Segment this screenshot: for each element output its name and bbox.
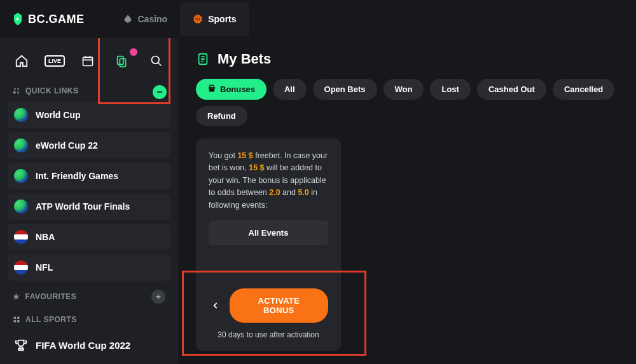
- sport-item-fifa[interactable]: FIFA World Cup 2022: [8, 330, 170, 360]
- page-title: My Bets: [218, 51, 271, 67]
- filter-row: Bonuses All Open Bets Won Lost Cashed Ou…: [196, 79, 618, 126]
- filter-refund[interactable]: Refund: [196, 106, 247, 126]
- svg-rect-7: [14, 320, 17, 323]
- sport-item-soccer[interactable]: Soccer +: [8, 360, 170, 364]
- brand-icon: [10, 11, 25, 27]
- sidebar-item-friendly-games[interactable]: Int. Friendly Games: [8, 163, 170, 189]
- bets-icon: [196, 52, 210, 66]
- tab-sports[interactable]: Sports: [180, 3, 249, 36]
- filter-label: Cancelled: [564, 84, 603, 94]
- filter-open-bets[interactable]: Open Bets: [313, 79, 377, 100]
- filter-lost[interactable]: Lost: [430, 79, 470, 100]
- star-icon: ★: [13, 292, 20, 301]
- gift-icon: [207, 84, 216, 95]
- sidebar: LIVE − QUICK LINKS World Cup eW: [0, 38, 178, 364]
- sidebar-item-nba[interactable]: NBA: [8, 224, 170, 250]
- tab-casino-label: Casino: [138, 14, 168, 24]
- filter-all[interactable]: All: [273, 79, 307, 100]
- favourites-label: FAVOURITES: [25, 292, 77, 301]
- brand-name: BC.GAME: [28, 13, 85, 26]
- filter-label: All: [284, 84, 295, 94]
- events-box[interactable]: All Events: [209, 220, 328, 245]
- notification-badge: [130, 48, 137, 56]
- filter-won[interactable]: Won: [384, 79, 424, 100]
- tab-casino[interactable]: Casino: [110, 3, 181, 36]
- flag-us-icon: [14, 260, 28, 274]
- quick-links-header: QUICK LINKS: [8, 81, 170, 102]
- svg-rect-1: [83, 57, 93, 65]
- flag-us-icon: [14, 230, 28, 244]
- bonus-subnote: 30 days to use after activation: [209, 330, 328, 339]
- sidebar-item-atp[interactable]: ATP World Tour Finals: [8, 193, 170, 220]
- sidebar-item-label: NFL: [36, 262, 53, 273]
- bonus-card: You got 15 $ freebet. In case your bet i…: [196, 138, 341, 351]
- live-icon[interactable]: LIVE: [45, 55, 65, 67]
- activate-bonus-button[interactable]: ACTIVATE BONUS: [230, 288, 328, 323]
- bonus-description: You got 15 $ freebet. In case your bet i…: [209, 150, 328, 212]
- filter-label: Cashed Out: [488, 84, 535, 94]
- globe-icon: [14, 199, 28, 213]
- filter-cashed-out[interactable]: Cashed Out: [477, 79, 546, 100]
- all-sports-label: ALL SPORTS: [25, 315, 77, 324]
- search-icon[interactable]: [145, 51, 168, 71]
- quick-links-label: QUICK LINKS: [25, 86, 79, 95]
- sidebar-item-world-cup[interactable]: World Cup: [8, 102, 170, 128]
- sidebar-item-label: NBA: [36, 232, 55, 242]
- globe-icon: [14, 169, 28, 183]
- favourites-header: ★ FAVOURITES +: [8, 285, 170, 310]
- svg-rect-8: [17, 320, 20, 323]
- live-label: LIVE: [48, 58, 61, 64]
- tab-sports-label: Sports: [208, 14, 236, 24]
- chevron-left-icon[interactable]: [209, 298, 223, 313]
- globe-icon: [14, 138, 28, 152]
- globe-icon: [14, 108, 28, 122]
- spade-icon: [123, 14, 133, 24]
- filter-cancelled[interactable]: Cancelled: [553, 79, 614, 100]
- main-content: My Bets Bonuses All Open Bets Won Lost C…: [178, 38, 636, 364]
- sport-item-label: FIFA World Cup 2022: [36, 340, 130, 351]
- events-label: All Events: [249, 228, 289, 238]
- svg-rect-5: [14, 317, 17, 320]
- collapse-button[interactable]: −: [153, 85, 167, 99]
- filter-label: Bonuses: [220, 84, 255, 94]
- sidebar-item-label: World Cup: [36, 110, 81, 120]
- home-icon[interactable]: [10, 51, 33, 71]
- brand-logo[interactable]: BC.GAME: [10, 11, 85, 27]
- sidebar-item-nfl[interactable]: NFL: [8, 254, 170, 281]
- filter-label: Refund: [207, 111, 236, 121]
- trophy-icon: [14, 338, 28, 352]
- ticket-icon[interactable]: [111, 51, 134, 71]
- svg-rect-3: [120, 58, 125, 67]
- calendar-icon[interactable]: [76, 51, 99, 71]
- add-favourite-button[interactable]: +: [151, 290, 165, 304]
- sidebar-item-label: Int. Friendly Games: [36, 171, 118, 181]
- filter-label: Won: [395, 84, 413, 94]
- filter-label: Lost: [441, 84, 459, 94]
- sidebar-item-label: ATP World Tour Finals: [36, 201, 130, 212]
- basketball-icon: [193, 14, 203, 24]
- sidebar-item-eworld-cup[interactable]: eWorld Cup 22: [8, 132, 170, 159]
- filter-label: Open Bets: [324, 84, 366, 94]
- svg-point-4: [152, 57, 160, 64]
- svg-rect-6: [17, 317, 20, 320]
- filter-bonuses[interactable]: Bonuses: [196, 79, 266, 100]
- all-sports-header: ALL SPORTS: [8, 310, 170, 330]
- sidebar-item-label: eWorld Cup 22: [36, 140, 98, 151]
